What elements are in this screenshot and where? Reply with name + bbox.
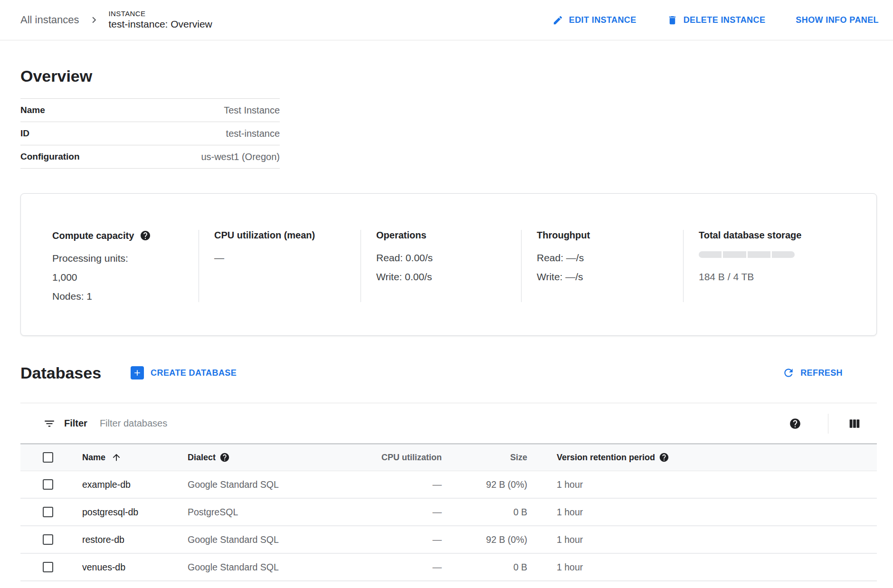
column-display-options-icon[interactable]: [848, 417, 861, 430]
processing-units-label: Processing units:: [52, 249, 199, 268]
storage-bar-segment: [723, 251, 746, 258]
db-name[interactable]: venues-db: [82, 562, 188, 573]
db-name[interactable]: restore-db: [82, 534, 188, 545]
column-header-size: Size: [510, 453, 527, 463]
cpu-utilization-value: —: [214, 248, 361, 267]
column-header-name[interactable]: Name: [82, 452, 188, 463]
databases-table: Filter Name Dialect CPU utilization Size…: [20, 403, 877, 581]
stat-cpu-utilization: CPU utilization (mean) —: [199, 230, 361, 302]
field-value: us-west1 (Oregon): [201, 152, 280, 162]
field-value: test-instance: [226, 128, 280, 139]
create-database-button[interactable]: CREATE DATABASE: [131, 366, 237, 379]
row-checkbox[interactable]: [43, 479, 53, 490]
db-dialect: PostgreSQL: [188, 507, 340, 518]
db-dialect: Google Standard SQL: [188, 479, 340, 490]
title-block: INSTANCE test-instance: Overview: [109, 9, 212, 31]
databases-heading: Databases: [20, 364, 101, 382]
db-cpu-utilization: —: [433, 534, 442, 545]
field-row-name: Name Test Instance: [20, 99, 280, 122]
filter-label: Filter: [64, 418, 87, 429]
db-name[interactable]: postgresql-db: [82, 507, 188, 518]
operations-read: Read: 0.00/s: [376, 248, 521, 267]
storage-bar-segment: [699, 251, 722, 258]
field-row-id: ID test-instance: [20, 122, 280, 145]
table-help-icon[interactable]: [789, 417, 801, 430]
table-row: venues-db Google Standard SQL — 0 B 1 ho…: [20, 554, 877, 581]
table-row: example-db Google Standard SQL — 92 B (0…: [20, 471, 877, 499]
select-all-checkbox[interactable]: [43, 452, 53, 463]
db-cpu-utilization: —: [433, 562, 442, 573]
stat-operations: Operations Read: 0.00/s Write: 0.00/s: [361, 230, 521, 302]
retention-help-icon[interactable]: [659, 452, 669, 463]
stat-throughput: Throughput Read: —/s Write: —/s: [521, 230, 683, 302]
db-retention-period: 1 hour: [527, 507, 877, 518]
field-label: Configuration: [20, 152, 80, 162]
column-header-dialect: Dialect: [188, 452, 340, 463]
table-row: postgresql-db PostgreSQL — 0 B 1 hour: [20, 499, 877, 526]
db-dialect: Google Standard SQL: [188, 534, 340, 545]
row-checkbox[interactable]: [43, 507, 53, 517]
storage-usage-bar: [699, 251, 795, 258]
vertical-divider: [828, 414, 828, 434]
processing-units-value: 1,000: [52, 268, 199, 287]
row-checkbox[interactable]: [43, 534, 53, 545]
edit-instance-button[interactable]: EDIT INSTANCE: [552, 15, 636, 26]
stat-compute-capacity: Compute capacity Processing units: 1,000…: [21, 230, 199, 302]
field-value: Test Instance: [224, 105, 280, 116]
breadcrumb: All instances INSTANCE test-instance: Ov…: [20, 9, 212, 31]
operations-write: Write: 0.00/s: [376, 267, 521, 286]
filter-bar: Filter: [20, 403, 877, 444]
stat-storage: Total database storage 184 B / 4 TB: [683, 230, 876, 302]
db-retention-period: 1 hour: [527, 562, 877, 573]
db-size: 92 B (0%): [486, 534, 527, 545]
storage-usage-text: 184 B / 4 TB: [699, 267, 876, 286]
column-header-version-retention-period: Version retention period: [527, 452, 877, 463]
delete-instance-button[interactable]: DELETE INSTANCE: [667, 15, 766, 26]
field-label: ID: [20, 128, 29, 139]
page-title: test-instance: Overview: [109, 18, 212, 30]
databases-header: Databases CREATE DATABASE REFRESH: [20, 361, 877, 384]
db-size: 0 B: [513, 562, 527, 573]
refresh-button[interactable]: REFRESH: [782, 367, 843, 379]
filter-right-controls: [789, 414, 861, 434]
field-label: Name: [20, 105, 45, 115]
stats-card: Compute capacity Processing units: 1,000…: [20, 193, 877, 336]
db-retention-period: 1 hour: [527, 479, 877, 490]
plus-icon: [131, 366, 144, 379]
refresh-icon: [782, 367, 795, 379]
db-name[interactable]: example-db: [82, 479, 188, 490]
filter-databases-input[interactable]: [100, 418, 789, 429]
dialect-help-icon[interactable]: [219, 452, 230, 463]
storage-bar-segment: [772, 251, 795, 258]
top-bar: All instances INSTANCE test-instance: Ov…: [0, 0, 893, 40]
storage-bar-segment: [748, 251, 770, 258]
overview-heading: Overview: [20, 66, 877, 86]
db-cpu-utilization: —: [433, 479, 442, 490]
throughput-write: Write: —/s: [537, 267, 683, 286]
compute-capacity-help-icon[interactable]: [140, 230, 151, 241]
breadcrumb-all-instances-link[interactable]: All instances: [20, 14, 79, 26]
table-row: restore-db Google Standard SQL — 92 B (0…: [20, 526, 877, 554]
db-retention-period: 1 hour: [527, 534, 877, 545]
sort-ascending-icon: [111, 452, 122, 463]
column-header-cpu-utilization: CPU utilization: [381, 453, 442, 463]
filter-icon[interactable]: [43, 417, 56, 430]
throughput-read: Read: —/s: [537, 248, 683, 267]
overview-table: Name Test Instance ID test-instance Conf…: [20, 98, 280, 169]
db-size: 92 B (0%): [486, 479, 527, 490]
instance-eyebrow: INSTANCE: [109, 9, 212, 19]
chevron-right-icon: [88, 14, 100, 26]
db-size: 0 B: [513, 507, 527, 518]
trash-icon: [667, 15, 678, 26]
top-actions: EDIT INSTANCE DELETE INSTANCE SHOW INFO …: [552, 15, 879, 26]
row-checkbox[interactable]: [43, 562, 53, 572]
pencil-icon: [552, 15, 563, 26]
table-body: example-db Google Standard SQL — 92 B (0…: [20, 471, 877, 581]
field-row-configuration: Configuration us-west1 (Oregon): [20, 145, 280, 169]
nodes-value: Nodes: 1: [52, 287, 199, 306]
table-header-row: Name Dialect CPU utilization Size Versio…: [20, 444, 877, 471]
db-dialect: Google Standard SQL: [188, 562, 340, 573]
show-info-panel-button[interactable]: SHOW INFO PANEL: [796, 15, 879, 25]
db-cpu-utilization: —: [433, 507, 442, 518]
